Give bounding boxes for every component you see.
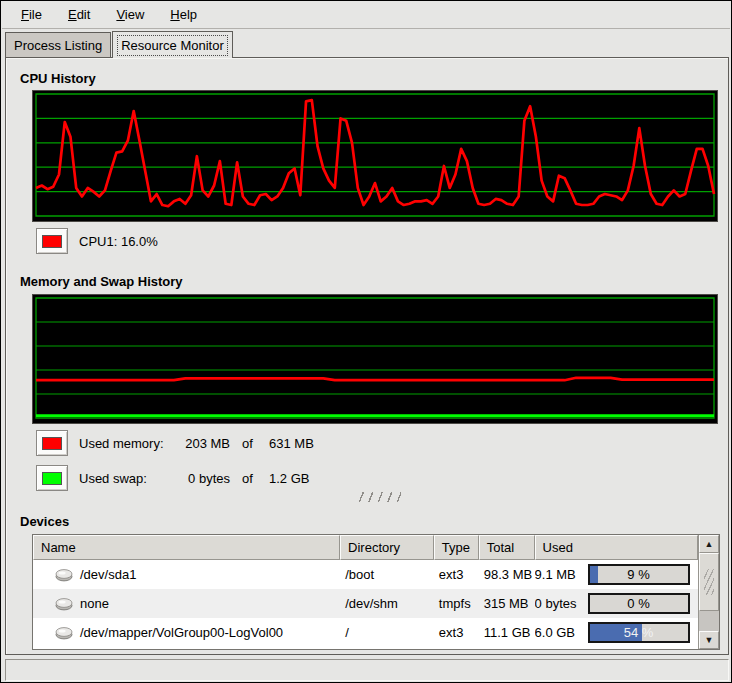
devices-table-header: NameDirectoryTypeTotalUsed <box>33 535 698 560</box>
menubar: FileEditViewHelp <box>2 1 730 29</box>
cpu-history-plot <box>36 94 714 216</box>
scroll-up-icon: ▲ <box>705 540 714 549</box>
swap-color-icon <box>42 472 62 485</box>
device-used: 0 bytes <box>535 596 588 611</box>
device-directory: /boot <box>340 567 434 582</box>
memory-of-text: of <box>242 436 258 451</box>
swap-label: Used swap: <box>79 471 178 486</box>
cpu-legend: CPU1: 16.0% <box>36 228 158 254</box>
system-monitor-window: FileEditViewHelp Process ListingResource… <box>0 0 732 683</box>
swap-total-value: 1.2 GB <box>269 471 309 486</box>
disk-icon <box>55 626 73 640</box>
memory-legend: Used memory: 203 MB of 631 MB <box>36 430 314 456</box>
tab-resource-monitor[interactable]: Resource Monitor <box>112 31 233 58</box>
device-type: tmpfs <box>434 596 479 611</box>
devices-table-body: /dev/sda1/bootext398.3 MB9.1 MB9 %none/d… <box>33 560 698 647</box>
tab-process-listing[interactable]: Process Listing <box>5 32 111 57</box>
device-total: 11.1 GB <box>479 625 535 640</box>
device-name: none <box>80 596 109 611</box>
scroll-down-icon: ▼ <box>705 636 714 645</box>
scrollbar-grip-icon <box>704 569 714 595</box>
usage-percent-label: 0 % <box>590 595 688 612</box>
device-row-none[interactable]: none/dev/shmtmpfs315 MB0 bytes0 % <box>33 589 698 618</box>
swap-legend: Used swap: 0 bytes of 1.2 GB <box>36 465 309 491</box>
cpu-color-swatch[interactable] <box>36 228 68 254</box>
memory-swap-plot <box>36 298 714 418</box>
disk-icon <box>55 568 73 582</box>
memory-color-icon <box>42 437 62 450</box>
usage-percent-label: 9 % <box>590 566 688 583</box>
scroll-down-button[interactable]: ▼ <box>699 631 719 649</box>
column-header-used[interactable]: Used <box>535 535 699 560</box>
memory-swap-title: Memory and Swap History <box>20 274 183 289</box>
device-row--dev-mapper-volgroup00-logvol00[interactable]: /dev/mapper/VolGroup00-LogVol00/ext311.1… <box>33 618 698 647</box>
device-directory: / <box>340 625 434 640</box>
column-header-total[interactable]: Total <box>479 535 535 560</box>
device-used-cell: 9.1 MB9 % <box>535 564 699 585</box>
menu-view[interactable]: View <box>103 2 157 27</box>
cpu-color-icon <box>42 235 62 248</box>
cpu-history-title: CPU History <box>20 71 96 86</box>
swap-color-swatch[interactable] <box>36 465 68 491</box>
device-total: 315 MB <box>479 596 535 611</box>
device-used: 6.0 GB <box>535 625 588 640</box>
memory-color-swatch[interactable] <box>36 430 68 456</box>
memory-used-value: 203 MB <box>178 436 230 451</box>
device-name: /dev/sda1 <box>80 567 136 582</box>
usage-progress-bar: 9 % <box>588 564 690 585</box>
device-name: /dev/mapper/VolGroup00-LogVol00 <box>80 625 283 640</box>
usage-progress-bar: 54 % <box>588 622 690 643</box>
device-row--dev-sda1[interactable]: /dev/sda1/bootext398.3 MB9.1 MB9 % <box>33 560 698 589</box>
device-name-cell: none <box>33 596 340 611</box>
usage-progress-bar: 0 % <box>588 593 690 614</box>
memory-label: Used memory: <box>79 436 178 451</box>
device-directory: /dev/shm <box>340 596 434 611</box>
device-name-cell: /dev/sda1 <box>33 567 340 582</box>
device-used: 9.1 MB <box>535 567 588 582</box>
memory-swap-graph <box>32 294 718 424</box>
devices-title: Devices <box>20 514 69 529</box>
device-type: ext3 <box>434 567 479 582</box>
disk-icon <box>55 597 73 611</box>
scrollbar-thumb[interactable] <box>699 553 719 611</box>
menu-file[interactable]: File <box>8 2 55 27</box>
scrollbar-trough[interactable] <box>699 611 719 631</box>
device-used-cell: 6.0 GB54 % <box>535 622 699 643</box>
tab-label: Resource Monitor <box>118 36 227 55</box>
devices-table: NameDirectoryTypeTotalUsed /dev/sda1/boo… <box>32 534 720 650</box>
menu-edit[interactable]: Edit <box>55 2 103 27</box>
tab-label: Process Listing <box>11 36 105 55</box>
devices-scrollbar[interactable]: ▲ ▼ <box>698 535 719 649</box>
column-header-name[interactable]: Name <box>33 535 340 560</box>
column-header-type[interactable]: Type <box>434 535 479 560</box>
resource-monitor-page: CPU History CPU1: 16.0% Memory and Swap … <box>5 57 729 655</box>
menu-help[interactable]: Help <box>157 2 210 27</box>
swap-of-text: of <box>242 471 258 486</box>
scroll-up-button[interactable]: ▲ <box>699 535 719 553</box>
usage-percent-label: 54 % <box>590 624 688 641</box>
device-used-cell: 0 bytes0 % <box>535 593 699 614</box>
swap-used-value: 0 bytes <box>178 471 230 486</box>
device-total: 98.3 MB <box>479 567 535 582</box>
cpu-legend-label: CPU1: 16.0% <box>79 234 158 249</box>
device-name-cell: /dev/mapper/VolGroup00-LogVol00 <box>33 625 340 640</box>
column-header-directory[interactable]: Directory <box>340 535 434 560</box>
pane-resize-grip[interactable] <box>357 492 401 502</box>
tab-bar: Process ListingResource Monitor <box>5 30 727 57</box>
memory-total-value: 631 MB <box>269 436 314 451</box>
statusbar <box>5 659 729 681</box>
device-type: ext3 <box>434 625 479 640</box>
cpu-history-graph <box>32 90 718 222</box>
